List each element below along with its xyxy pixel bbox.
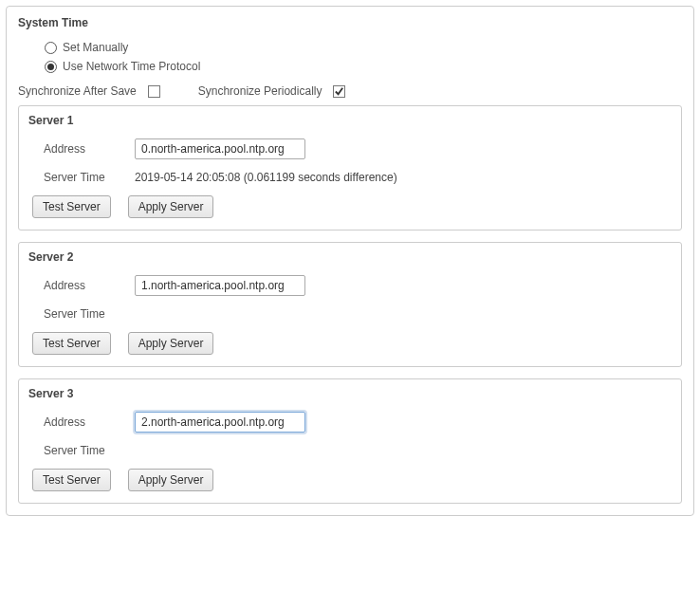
server-3-time-label: Server Time	[44, 444, 135, 457]
server-1-address-label: Address	[44, 142, 135, 156]
server-3-box: Server 3 Address Server Time Test Server…	[18, 378, 682, 504]
server-2-box: Server 2 Address Server Time Test Server…	[18, 242, 682, 367]
server-1-test-button[interactable]: Test Server	[32, 195, 111, 218]
server-2-title: Server 2	[28, 250, 672, 264]
server-1-address-input[interactable]	[135, 138, 305, 159]
radio-use-ntp-label: Use Network Time Protocol	[63, 60, 200, 73]
server-2-address-input[interactable]	[135, 275, 305, 296]
sync-after-save-label: Synchronize After Save	[18, 84, 137, 98]
server-1-title: Server 1	[28, 114, 672, 127]
server-3-test-button[interactable]: Test Server	[32, 469, 111, 491]
server-2-test-button[interactable]: Test Server	[32, 332, 111, 355]
server-1-box: Server 1 Address Server Time 2019-05-14 …	[18, 105, 682, 230]
server-2-address-label: Address	[44, 279, 135, 292]
server-2-apply-button[interactable]: Apply Server	[128, 332, 214, 355]
server-1-time-value: 2019-05-14 20:05:08 (0.061199 seconds di…	[135, 171, 397, 184]
panel-title: System Time	[18, 16, 682, 29]
sync-periodically-label: Synchronize Periodically	[198, 84, 322, 98]
server-3-title: Server 3	[28, 387, 672, 400]
server-3-address-label: Address	[44, 415, 135, 429]
server-1-time-label: Server Time	[44, 171, 135, 184]
server-3-address-input[interactable]	[135, 412, 305, 433]
sync-after-save-checkbox[interactable]	[148, 85, 160, 98]
radio-set-manually-label: Set Manually	[63, 41, 128, 54]
server-2-time-label: Server Time	[44, 307, 135, 321]
server-1-apply-button[interactable]: Apply Server	[128, 195, 214, 218]
radio-use-ntp[interactable]	[45, 61, 57, 73]
system-time-panel: System Time Set Manually Use Network Tim…	[6, 6, 694, 516]
radio-set-manually[interactable]	[45, 42, 57, 54]
sync-options-row: Synchronize After Save Synchronize Perio…	[18, 84, 682, 98]
server-3-apply-button[interactable]: Apply Server	[128, 469, 214, 491]
time-mode-radio-group: Set Manually Use Network Time Protocol	[45, 41, 682, 73]
sync-periodically-checkbox[interactable]	[333, 85, 345, 98]
